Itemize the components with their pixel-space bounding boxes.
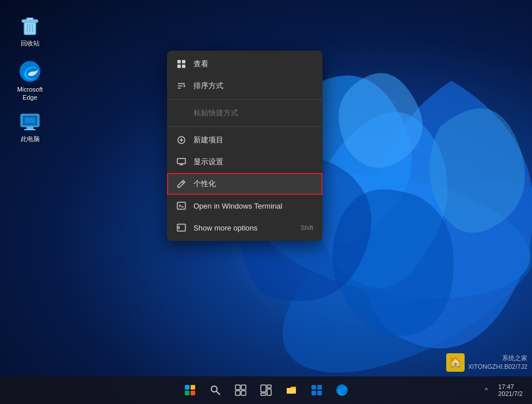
svg-rect-49 [311,385,316,390]
desktop-icon-edge[interactable]: Microsoft Edge [9,58,51,104]
menu-item-display[interactable]: 显示设置 [167,151,322,173]
svg-rect-14 [25,118,35,123]
menu-item-paste-shortcut[interactable]: 粘贴快捷方式 [167,102,322,124]
open-terminal-label: Open in Windows Terminal [193,202,282,210]
paste-shortcut-label: 粘贴快捷方式 [193,108,238,118]
sort-icon [176,81,187,91]
svg-rect-50 [317,385,322,390]
svg-rect-36 [185,391,189,395]
context-menu: 查看 排序方式 粘贴快捷方式 [167,51,322,241]
svg-rect-34 [185,385,189,390]
svg-line-5 [27,24,28,32]
svg-rect-11 [26,127,33,129]
menu-item-new[interactable]: 新建项目 [167,129,322,151]
display-icon [176,157,187,167]
display-label: 显示设置 [193,157,223,167]
separator-1 [167,99,322,100]
date-display: 2021/7/2 [498,390,523,397]
watermark-icon: 🏠 [446,353,465,372]
taskbar: ^ 17:47 2021/7/2 [0,376,532,404]
svg-line-7 [32,24,33,32]
taskbar-taskview-button[interactable] [229,379,252,402]
svg-rect-40 [235,385,240,390]
watermark-text: 系统之家 XITONGZHI.B02/7J2 [468,354,527,372]
menu-item-view[interactable]: 查看 [167,53,322,75]
svg-rect-41 [241,385,246,390]
svg-rect-48 [287,388,296,394]
svg-rect-17 [177,65,181,68]
svg-rect-25 [177,158,185,164]
clock[interactable]: 17:47 2021/7/2 [493,381,527,399]
svg-rect-42 [235,391,240,395]
taskbar-store-button[interactable] [305,379,328,402]
more-options-shortcut: Shift [301,224,313,231]
taskbar-center [178,379,354,402]
svg-line-39 [216,391,220,395]
svg-rect-52 [317,391,322,395]
recycle-bin-label: 回收站 [21,39,40,47]
system-tray[interactable]: ^ [480,384,492,396]
paste-icon [176,108,187,118]
sort-label: 排序方式 [193,81,223,91]
edge-label: Microsoft Edge [12,85,48,102]
menu-item-personalize[interactable]: 个性化 [167,173,322,195]
desktop-icon-this-pc[interactable]: 此电脑 [9,107,51,145]
desktop-icon-recycle-bin[interactable]: 回收站 [9,12,51,50]
svg-rect-46 [267,389,271,395]
svg-rect-18 [182,65,185,68]
svg-rect-51 [311,391,316,395]
svg-rect-44 [261,385,266,392]
svg-line-28 [182,182,184,183]
terminal-icon [176,201,187,211]
taskbar-explorer-button[interactable] [280,379,303,402]
grid-icon [176,59,187,69]
this-pc-label: 此电脑 [21,135,40,143]
recycle-bin-icon [18,14,41,37]
svg-rect-12 [24,129,36,130]
svg-point-38 [211,386,217,392]
svg-rect-4 [26,18,33,20]
taskbar-edge-button[interactable] [330,379,354,402]
svg-rect-45 [267,385,271,388]
edge-icon [18,60,41,83]
personalize-label: 个性化 [193,179,216,189]
separator-2 [167,126,322,127]
svg-rect-35 [191,385,195,390]
taskbar-start-button[interactable] [178,379,202,402]
this-pc-icon [18,110,41,133]
watermark: 🏠 系统之家 XITONGZHI.B02/7J2 [446,353,527,372]
pen-icon [176,179,187,189]
menu-item-sort[interactable]: 排序方式 [167,75,322,97]
taskbar-widgets-button[interactable] [254,379,278,402]
plus-circle-icon [176,135,187,145]
menu-item-open-terminal[interactable]: Open in Windows Terminal [167,195,322,217]
tray-chevron: ^ [485,387,488,394]
time-display: 17:47 [498,383,523,390]
view-label: 查看 [193,59,208,69]
desktop: 回收站 Microsoft Edge 此电脑 [0,0,532,404]
svg-rect-43 [241,391,246,395]
svg-rect-16 [182,60,185,63]
more-icon [176,222,187,233]
taskbar-search-button[interactable] [204,379,227,402]
new-label: 新建项目 [193,135,223,145]
svg-rect-47 [261,393,266,395]
more-options-label: Show more options [193,224,257,232]
taskbar-right: ^ 17:47 2021/7/2 [480,381,527,399]
menu-item-more-options[interactable]: Show more options Shift [167,217,322,239]
svg-rect-37 [191,391,195,395]
svg-rect-15 [177,60,181,63]
